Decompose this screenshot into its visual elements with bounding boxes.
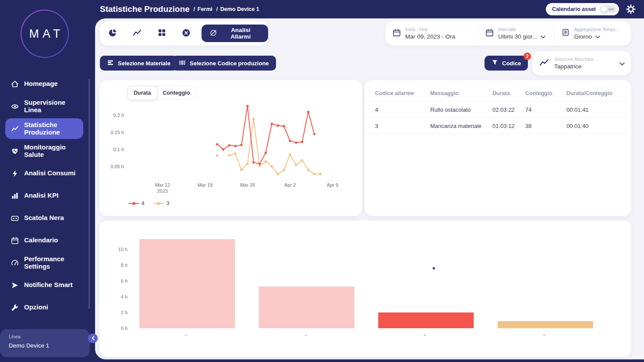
time-controls: Inizio - Fine Mar 09, 2023 - Ora Interva… [386, 21, 631, 46]
sidebar-item-label: Statistiche Produzione [24, 121, 80, 136]
aggregation-dropdown[interactable]: Aggregazione Tempo... Giorno [554, 25, 631, 42]
legend-label: 4 [142, 200, 145, 206]
sidebar-item-label: Scatola Nera [24, 214, 80, 222]
sidebar-menu: Homepage Supervisione Linea Statistiche … [0, 72, 90, 319]
sidebar-item-notifiche-smart[interactable]: Notifiche Smart [5, 275, 83, 295]
date-range-label: Inizio - Fine [405, 27, 455, 32]
date-range-value: Mar 09, 2023 - Ora [405, 33, 455, 40]
table-row[interactable]: 3 Mancanza materiale 01:03:12 38 00:01:4… [364, 118, 631, 134]
sidebar-item-scatola-nera[interactable]: Scatola Nera [5, 208, 83, 228]
grid-icon [158, 28, 166, 38]
date-range-control[interactable]: Inizio - Fine Mar 09, 2023 - Ora [386, 25, 478, 42]
grid-view-button[interactable] [154, 25, 170, 41]
calendar-icon [393, 28, 401, 39]
sidebar-item-analisi-kpi[interactable]: Analisi KPI [5, 185, 83, 206]
table-header-row: Codice allarme Messaggio Durata Conteggi… [364, 85, 631, 102]
eye-icon [11, 103, 19, 110]
top-header: Statistiche Produzione Fermi Demo Device… [95, 0, 644, 18]
cell-codice: 3 [375, 123, 430, 129]
sidebar-item-label: Analisi Consumi [24, 170, 80, 177]
close-circle-icon [182, 28, 191, 39]
pie-chart-icon [108, 28, 117, 39]
table-row[interactable]: 4 Rullo ostacolato 02:03:22 74 00:01:41 [364, 102, 631, 118]
svg-text:6 h: 6 h [121, 278, 127, 284]
sidebar-item-monitoraggio-salute[interactable]: Monitoraggio Salute [5, 141, 83, 161]
cell-conteggio: 74 [525, 106, 566, 113]
legend-item-code-3[interactable]: 3 [153, 200, 170, 206]
legend-marker [153, 202, 164, 205]
document-icon [562, 28, 570, 38]
sidebar-item-opzioni[interactable]: Opzioni [5, 297, 83, 318]
svg-text:0 h: 0 h [121, 326, 127, 331]
calendar-icon [11, 237, 19, 245]
selezione-codice-produzione-label: Selezione Codice produzione [190, 60, 269, 67]
codice-filter-button[interactable]: Codice 2 [485, 56, 528, 71]
svg-text:Mar 12: Mar 12 [155, 182, 170, 188]
legend-marker [128, 202, 139, 205]
tab-conteggio[interactable]: Conteggio [157, 86, 196, 99]
calendario-asset-toggle[interactable]: Calendario asset OFF [546, 3, 619, 15]
sidebar-item-label: Notifiche Smart [24, 281, 80, 289]
kpi-bars-icon [11, 192, 19, 200]
cell-conteggio: 38 [525, 123, 566, 129]
sidebar-item-label: Performance Settings [24, 256, 80, 270]
chevron-down-icon [595, 33, 600, 40]
sidebar-item-homepage[interactable]: Homepage [5, 74, 83, 94]
alarm-analysis-icon [209, 29, 217, 38]
svg-text:Apr 2: Apr 2 [284, 182, 296, 188]
duration-count-tabs: Durata Conteggio [127, 86, 196, 100]
app-root: MAT Homepage Supervisione Linea Statisti… [0, 0, 644, 362]
chart-legend: 4 3 [128, 200, 169, 206]
line-device-value: Demo Device 1 [9, 342, 90, 349]
column-header: Codice allarme [375, 90, 430, 96]
sidebar-item-label: Supervisione Linea [24, 99, 80, 114]
alarm-table-card: Codice allarme Messaggio Durata Conteggi… [364, 80, 631, 216]
cell-messaggio: Rullo ostacolato [430, 106, 492, 113]
selezione-macchina-value: Tappatrice [554, 63, 614, 70]
view-toolbar: Analisi Allarmi [100, 21, 268, 46]
selezione-materiale-button[interactable]: Selezione Materiale [100, 56, 177, 71]
codice-filter-badge: 2 [524, 53, 531, 60]
column-header: Messaggio [430, 90, 492, 96]
aggregation-label: Aggregazione Tempo... [574, 27, 619, 32]
svg-text:4: 4 [423, 334, 427, 336]
sidebar-item-calendario[interactable]: Calendario [5, 230, 83, 251]
cell-durata-conteggio: 00:01:41 [566, 106, 626, 113]
sidebar-collapse-button[interactable] [88, 334, 98, 343]
machine-trend-icon [539, 58, 549, 69]
interval-dropdown[interactable]: Intervallo Ultimi 30 gior... [478, 25, 555, 42]
line-device-selector[interactable]: Linea Demo Device 1 [0, 329, 90, 357]
sidebar-scrollbar[interactable] [88, 79, 90, 309]
calendar-icon [485, 28, 494, 39]
sidebar-item-analisi-consumi[interactable]: Analisi Consumi [5, 163, 83, 184]
selezione-codice-produzione-button[interactable]: Selezione Codice produzione [172, 56, 276, 71]
wrench-icon [11, 304, 19, 312]
toggle-state-label: OFF [608, 8, 614, 11]
toggle-switch[interactable]: OFF [600, 5, 616, 13]
sidebar-item-performance-settings[interactable]: Performance Settings [5, 252, 83, 273]
sidebar-item-statistiche-produzione[interactable]: Statistiche Produzione [5, 118, 83, 139]
tab-durata[interactable]: Durata [127, 86, 157, 100]
black-box-icon [11, 214, 19, 222]
line-label: Linea [9, 334, 90, 339]
line-chart-view-button[interactable] [130, 25, 145, 41]
legend-item-code-4[interactable]: 4 [128, 200, 145, 206]
settings-gear-icon[interactable] [626, 4, 636, 14]
selezione-macchina-label: Selezione Macchina [554, 57, 614, 62]
cell-durata-conteggio: 00:01:40 [566, 123, 626, 129]
chevron-down-icon [619, 60, 625, 67]
breadcrumb-fermi: Fermi [194, 6, 212, 12]
svg-text:1: 1 [304, 334, 308, 336]
sidebar: MAT Homepage Supervisione Linea Statisti… [0, 0, 95, 362]
sidebar-item-supervisione-linea[interactable]: Supervisione Linea [5, 96, 83, 117]
pie-chart-view-button[interactable] [105, 25, 120, 41]
health-heart-icon [11, 147, 19, 155]
svg-text:8 h: 8 h [121, 263, 127, 268]
alarm-duration-bar-chart: 0 h2 h4 h6 h8 h10 h2143 [99, 220, 631, 357]
svg-text:Mar 19: Mar 19 [198, 182, 212, 188]
close-view-button[interactable] [179, 25, 194, 41]
selezione-macchina-dropdown[interactable]: Selezione Macchina Tappatrice [532, 51, 631, 75]
svg-text:10 h: 10 h [118, 247, 127, 252]
sidebar-item-label: Opzioni [24, 304, 80, 311]
analisi-allarmi-button[interactable]: Analisi Allarmi [202, 25, 269, 42]
